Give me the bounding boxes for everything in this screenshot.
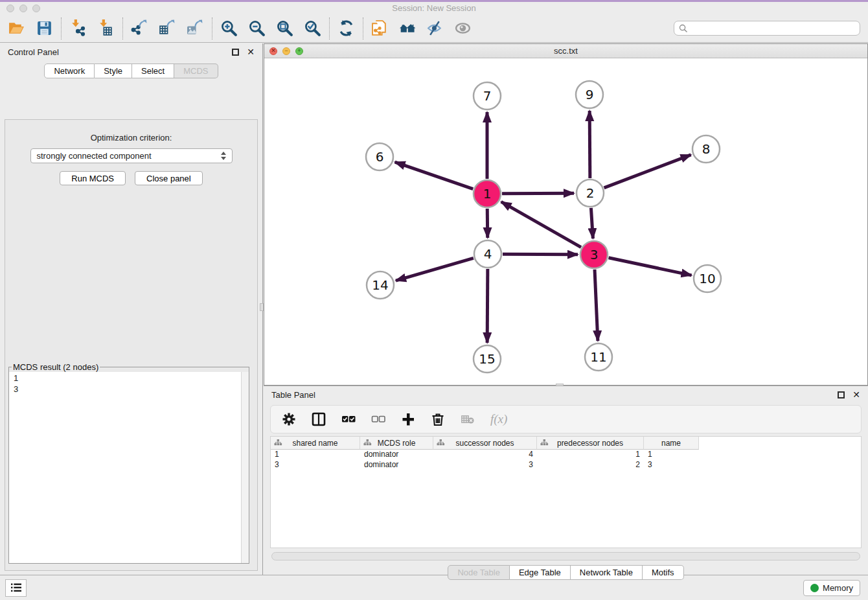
- home-icon[interactable]: [399, 19, 417, 37]
- edge-3-1[interactable]: [501, 202, 581, 247]
- import-network-icon[interactable]: [69, 19, 87, 37]
- minimize-window-button[interactable]: [19, 5, 27, 12]
- table-horizontal-scrollbar[interactable]: [271, 552, 860, 560]
- tab-select[interactable]: Select: [132, 63, 174, 78]
- cell-MCDS-role[interactable]: dominator: [360, 460, 433, 470]
- column-label: shared name: [292, 439, 337, 448]
- tab-mcds[interactable]: MCDS: [174, 63, 218, 78]
- mcds-result-text[interactable]: 1 3: [9, 372, 241, 563]
- cell-shared-name[interactable]: 1: [271, 450, 360, 460]
- edge-2-3[interactable]: [591, 208, 593, 238]
- table-row[interactable]: 3dominator323: [271, 460, 861, 470]
- network-window-titlebar[interactable]: ✕ − + scc.txt: [264, 44, 867, 58]
- float-table-panel-icon[interactable]: [838, 391, 845, 398]
- zoom-window-button[interactable]: [32, 5, 40, 12]
- close-table-panel-icon[interactable]: ✕: [852, 390, 860, 399]
- cell-shared-name[interactable]: 3: [271, 460, 360, 470]
- tab-style[interactable]: Style: [95, 63, 132, 78]
- table-header-row: shared nameMCDS rolesuccessor nodesprede…: [271, 437, 861, 450]
- tab-motifs[interactable]: Motifs: [643, 565, 684, 580]
- edge-3-11[interactable]: [595, 270, 598, 341]
- zoom-in-icon[interactable]: [220, 19, 238, 37]
- gear-icon[interactable]: [282, 412, 296, 426]
- search-input[interactable]: [691, 24, 855, 33]
- import-table-icon[interactable]: [97, 19, 115, 37]
- cell-predecessor-nodes[interactable]: 2: [537, 460, 644, 470]
- open-session-icon[interactable]: [8, 19, 25, 37]
- tab-node-table[interactable]: Node Table: [448, 565, 510, 580]
- close-panel-button[interactable]: Close panel: [135, 171, 203, 185]
- delete-table-icon[interactable]: [461, 412, 475, 426]
- node-3[interactable]: 3: [580, 241, 608, 268]
- optimization-criterion-select[interactable]: strongly connected component: [30, 148, 233, 163]
- tab-edge-table[interactable]: Edge Table: [510, 565, 571, 580]
- node-label: 9: [586, 87, 594, 102]
- select-all-icon[interactable]: [341, 412, 356, 426]
- export-network-icon[interactable]: [131, 19, 148, 37]
- column-header-successor-nodes[interactable]: successor nodes: [433, 437, 537, 450]
- edge-1-2[interactable]: [502, 193, 574, 194]
- export-image-icon[interactable]: [187, 19, 204, 37]
- vertical-splitter-grip[interactable]: [260, 303, 264, 311]
- node-1[interactable]: 1: [474, 180, 501, 207]
- hide-eye-icon[interactable]: [427, 19, 444, 37]
- node-6[interactable]: 6: [366, 143, 393, 170]
- node-4[interactable]: 4: [474, 240, 501, 268]
- cell-name[interactable]: 1: [644, 450, 699, 460]
- duplicate-network-icon[interactable]: [371, 19, 389, 37]
- float-panel-icon[interactable]: [232, 49, 239, 56]
- network-minimize-button[interactable]: −: [282, 47, 290, 55]
- edge-1-6[interactable]: [395, 162, 474, 189]
- node-15[interactable]: 15: [474, 345, 501, 373]
- edge-2-8[interactable]: [604, 155, 691, 188]
- result-scrollbar[interactable]: [241, 372, 249, 563]
- column-header-shared-name[interactable]: shared name: [271, 437, 360, 450]
- zoom-selected-icon[interactable]: [304, 19, 321, 37]
- search-box[interactable]: [674, 21, 860, 36]
- network-canvas[interactable]: 7968124314101511: [264, 58, 867, 385]
- column-header-name[interactable]: name: [644, 437, 699, 450]
- cell-successor-nodes[interactable]: 4: [433, 450, 537, 460]
- delete-icon[interactable]: [431, 412, 445, 426]
- node-14[interactable]: 14: [367, 271, 394, 299]
- save-session-icon[interactable]: [36, 19, 53, 37]
- tab-network[interactable]: Network: [44, 63, 95, 78]
- cell-name[interactable]: 3: [644, 460, 699, 470]
- edge-4-14[interactable]: [396, 258, 474, 281]
- node-9[interactable]: 9: [576, 81, 603, 108]
- cell-predecessor-nodes[interactable]: 1: [537, 450, 644, 460]
- add-column-icon[interactable]: [401, 412, 415, 426]
- cell-successor-nodes[interactable]: 3: [433, 460, 537, 470]
- zoom-out-icon[interactable]: [248, 19, 266, 37]
- table-row[interactable]: 1dominator411: [271, 450, 861, 460]
- cell-MCDS-role[interactable]: dominator: [360, 450, 433, 460]
- close-window-button[interactable]: [6, 5, 14, 12]
- refresh-icon[interactable]: [337, 19, 355, 37]
- node-2[interactable]: 2: [577, 179, 604, 207]
- network-zoom-button[interactable]: +: [295, 47, 303, 55]
- edge-2-9[interactable]: [589, 111, 590, 178]
- node-8[interactable]: 8: [692, 135, 720, 163]
- network-close-button[interactable]: ✕: [269, 47, 277, 55]
- column-header-MCDS-role[interactable]: MCDS role: [360, 437, 433, 450]
- node-label: 3: [590, 247, 599, 262]
- task-history-button[interactable]: [5, 579, 27, 597]
- tab-network-table[interactable]: Network Table: [571, 565, 643, 580]
- function-builder-icon[interactable]: f(x): [490, 412, 507, 426]
- node-10[interactable]: 10: [694, 265, 721, 292]
- memory-button[interactable]: Memory: [803, 580, 860, 596]
- run-mcds-button[interactable]: Run MCDS: [60, 171, 126, 185]
- column-header-predecessor-nodes[interactable]: predecessor nodes: [537, 437, 644, 450]
- edge-3-10[interactable]: [609, 258, 692, 275]
- edge-4-15[interactable]: [487, 269, 488, 343]
- optimization-criterion-label: Optimization criterion:: [5, 133, 257, 143]
- deselect-all-icon[interactable]: [371, 412, 385, 426]
- edge-4-3[interactable]: [503, 254, 578, 255]
- node-7[interactable]: 7: [474, 82, 501, 110]
- export-table-icon[interactable]: [159, 19, 176, 37]
- show-eye-icon[interactable]: [455, 19, 472, 37]
- node-11[interactable]: 11: [585, 343, 612, 371]
- columns-icon[interactable]: [312, 412, 326, 426]
- zoom-fit-icon[interactable]: [276, 19, 293, 37]
- close-panel-icon[interactable]: ✕: [247, 47, 255, 56]
